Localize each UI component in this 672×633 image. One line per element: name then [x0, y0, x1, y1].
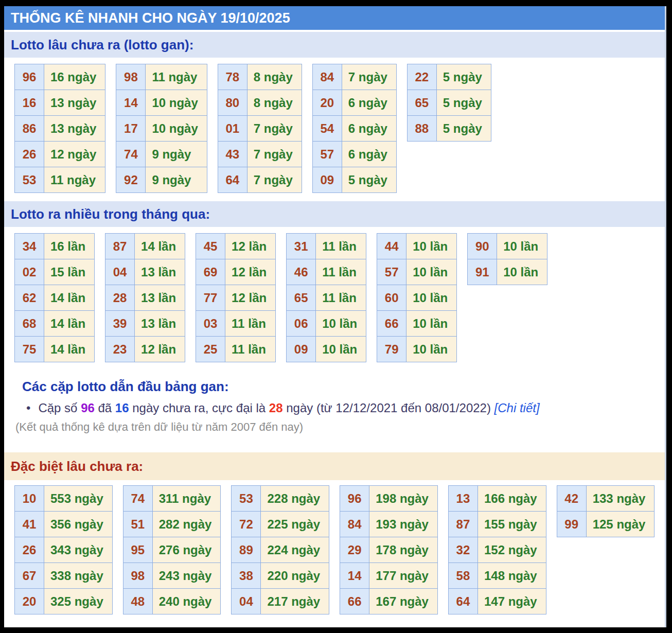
stat-row: 48240 ngày [123, 589, 221, 614]
stat-value-cell: 10 lần [316, 311, 366, 337]
lotto-frequent-table-1: 3416 lần0215 lần6214 lần6814 lần7514 lần [14, 233, 95, 362]
stat-row: 89224 ngày [232, 537, 329, 563]
lotto-number-cell: 89 [232, 537, 261, 563]
lotto-number-cell: 72 [232, 512, 261, 537]
stat-value-cell: 152 ngày [478, 537, 546, 563]
lotto-number-cell: 39 [105, 311, 135, 337]
stat-row: 26343 ngày [15, 537, 113, 563]
stat-row: 225 ngày [407, 64, 491, 90]
stat-value-cell: 6 ngày [342, 142, 396, 167]
bullet-icon: • [26, 401, 30, 415]
stat-value-cell: 6 ngày [342, 90, 396, 116]
stat-row: 7514 lần [15, 337, 95, 362]
lotto-number-cell: 20 [312, 90, 342, 116]
lotto-number-cell: 31 [287, 234, 316, 259]
stat-row: 58148 ngày [448, 563, 546, 589]
stat-row: 0413 lần [105, 259, 185, 285]
lotto-number-cell: 57 [377, 259, 406, 285]
lotto-number-cell: 68 [15, 311, 44, 337]
stat-value-cell: 5 ngày [436, 116, 491, 142]
stat-row: 7910 lần [377, 337, 457, 362]
special-gan-table-3: 53228 ngày72225 ngày89224 ngày38220 ngày… [231, 485, 329, 614]
lotto-number-cell: 57 [312, 142, 342, 167]
pair-days-count: 16 [115, 401, 129, 415]
lotto-number-cell: 98 [116, 64, 146, 90]
stat-value-cell: 11 lần [316, 259, 366, 285]
stat-row: 41356 ngày [15, 512, 113, 537]
stat-row: 5311 ngày [15, 167, 105, 193]
stat-row: 655 ngày [407, 90, 491, 116]
stat-row: 9010 lần [468, 234, 547, 259]
lotto-number-cell: 41 [15, 512, 44, 537]
stat-row: 67338 ngày [15, 563, 113, 589]
stat-row: 38220 ngày [232, 563, 329, 589]
stat-value-cell: 11 ngày [44, 167, 105, 193]
stat-row: 788 ngày [218, 64, 302, 90]
stat-value-cell: 338 ngày [44, 563, 113, 589]
pair-max-days: 28 [269, 401, 283, 415]
stat-row: 14177 ngày [340, 563, 438, 589]
stat-value-cell: 10 lần [406, 311, 457, 337]
stat-row: 2312 lần [105, 337, 185, 362]
stat-row: 2511 lần [196, 337, 276, 362]
lotto-number-cell: 09 [312, 167, 342, 193]
special-gan-table-4: 96198 ngày84193 ngày29178 ngày14177 ngày… [340, 485, 438, 614]
leading-pair-item: •Cặp số 96 đã 16 ngày chưa ra, cực đại l… [26, 401, 665, 415]
pair-text-mid: ngày chưa ra, cực đại là [129, 401, 269, 415]
stat-value-cell: 6 ngày [342, 116, 396, 142]
stat-row: 0610 lần [287, 311, 366, 337]
stat-value-cell: 5 ngày [436, 90, 491, 116]
special-gan-table-2: 74311 ngày51282 ngày95276 ngày98243 ngày… [123, 485, 221, 614]
data-source-note: (Kết quả thống kê dựa trên dữ liệu từ nă… [15, 420, 665, 434]
stat-row: 6214 lần [15, 285, 95, 311]
stat-row: 42133 ngày [557, 486, 655, 512]
stat-row: 99125 ngày [557, 512, 655, 537]
stat-value-cell: 167 ngày [369, 589, 438, 614]
stat-row: 576 ngày [312, 142, 396, 167]
detail-link[interactable]: [Chi tiết] [494, 401, 540, 415]
lotto-number-cell: 53 [15, 167, 44, 193]
lotto-number-cell: 64 [448, 589, 478, 614]
lotto-number-cell: 84 [340, 512, 369, 537]
stat-value-cell: 166 ngày [478, 486, 546, 512]
lotto-number-cell: 53 [232, 486, 261, 512]
stat-value-cell: 243 ngày [152, 563, 221, 589]
lotto-number-cell: 65 [287, 285, 316, 311]
stat-value-cell: 14 lần [44, 337, 95, 362]
lotto-number-cell: 28 [105, 285, 135, 311]
stat-row: 437 ngày [218, 142, 302, 167]
stat-row: 29178 ngày [340, 537, 438, 563]
stat-value-cell: 7 ngày [247, 142, 302, 167]
lotto-number-cell: 23 [105, 337, 135, 362]
stat-row: 206 ngày [312, 90, 396, 116]
pair-text-range: ngày (từ 12/12/2021 đến 08/01/2022) [283, 401, 494, 415]
lotto-number-cell: 69 [196, 259, 225, 285]
lotto-number-cell: 84 [312, 64, 342, 90]
stat-value-cell: 11 lần [225, 311, 276, 337]
stat-row: 6912 lần [196, 259, 276, 285]
stat-value-cell: 13 lần [135, 311, 185, 337]
stat-row: 74311 ngày [123, 486, 221, 512]
lotto-number-cell: 45 [196, 234, 225, 259]
stat-value-cell: 325 ngày [44, 589, 113, 614]
stat-value-cell: 343 ngày [44, 537, 113, 563]
leading-pairs-heading: Các cặp lotto dẫn đầu bảng gan: [22, 379, 665, 395]
stat-value-cell: 148 ngày [478, 563, 546, 589]
stat-value-cell: 15 lần [44, 259, 95, 285]
stat-value-cell: 10 ngày [146, 90, 207, 116]
lotto-number-cell: 87 [105, 234, 135, 259]
special-gan-table-6: 42133 ngày99125 ngày [557, 485, 655, 537]
stat-value-cell: 8 ngày [247, 90, 302, 116]
lotto-number-cell: 79 [377, 337, 406, 362]
stat-value-cell: 11 lần [225, 337, 276, 362]
lotto-number-cell: 74 [116, 142, 146, 167]
lotto-frequent-table-2: 8714 lần0413 lần2813 lần3913 lần2312 lần [105, 233, 185, 362]
lotto-number-cell: 92 [116, 167, 146, 193]
stat-value-cell: 7 ngày [342, 64, 396, 90]
stat-row: 9616 ngày [15, 64, 105, 90]
stat-value-cell: 225 ngày [261, 512, 329, 537]
lotto-number-cell: 58 [448, 563, 478, 589]
stat-value-cell: 9 ngày [146, 167, 207, 193]
stat-value-cell: 178 ngày [369, 537, 438, 563]
lotto-frequent-table-4: 3111 lần4611 lần6511 lần0610 lần0910 lần [286, 233, 366, 362]
